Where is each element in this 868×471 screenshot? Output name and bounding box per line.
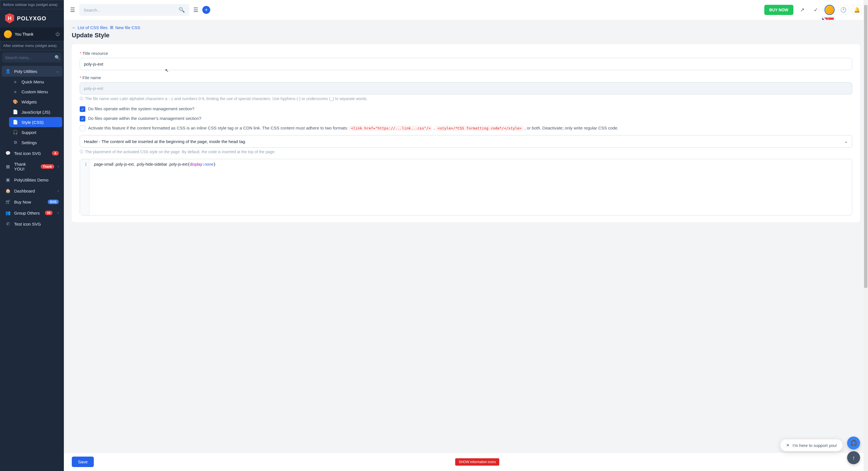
sidebar-item-custom-menu[interactable]: ≡Custom Menu [9, 87, 62, 97]
breadcrumb: ←List of CSS files ⊞New file CSS [72, 25, 860, 30]
badge: SVG [48, 200, 59, 204]
menu-label: Dashboard [14, 188, 35, 194]
sidebar-item-javascript[interactable]: 📄JavaScript (JS) [9, 107, 62, 117]
checkbox-inline-css[interactable]: Activate this feature if the content for… [80, 125, 852, 131]
content-area: ←List of CSS files ⊞New file CSS Update … [64, 20, 868, 471]
whatsapp-icon: ✆ [5, 222, 11, 227]
file-icon: 📄 [12, 120, 18, 125]
list-icon: ≡ [12, 89, 18, 94]
after-menu-widget-area: After sidebar menu (widget area) [0, 41, 64, 50]
logo-shield-icon: H [5, 13, 14, 24]
sidebar-item-buy-now[interactable]: 🛒Buy NowSVG [2, 197, 62, 207]
sidebar-item-poly-utilities[interactable]: 👤 Poly Utilities ⌄ [2, 66, 62, 77]
headset-icon: 🎧 [850, 440, 857, 446]
field-title-resource: *Title resource [80, 51, 852, 70]
search-icon[interactable]: 🔍 [55, 55, 60, 60]
checkbox-customer-section[interactable]: ✓ Do files operate within the customer's… [80, 116, 852, 122]
checkbox-icon[interactable]: ✓ [80, 106, 85, 112]
support-bubble-text: I'm here to support you! [793, 443, 837, 448]
select-placement[interactable]: Header - The content will be inserted at… [80, 135, 852, 148]
menu-label: Thank YOU! [14, 162, 37, 171]
menu-label: Test icon SVG [14, 222, 41, 227]
breadcrumb-new-file[interactable]: ⊞New file CSS [110, 25, 140, 30]
breadcrumb-label: New file CSS [115, 25, 140, 30]
code-editor[interactable]: 1 .page-small .poly-js-ext, .poly-hide-s… [80, 159, 852, 215]
user-name: You Thank [15, 32, 53, 36]
logo-text: POLYXGO [17, 15, 46, 22]
code-content[interactable]: .page-small .poly-js-ext, .poly-hide-sid… [90, 159, 852, 215]
menu-label: Quick Menu [22, 80, 44, 84]
checkbox-label: Do files operate within the system manag… [88, 106, 194, 111]
sidebar-search-box[interactable]: 🔍 [2, 53, 62, 62]
share-icon[interactable]: ↗ [797, 5, 807, 15]
menu-icon[interactable]: ☰ [193, 6, 198, 13]
list-icon: ≡ [12, 80, 18, 84]
code-snippet: <link href="https://...link...css"/> [349, 125, 432, 131]
sidebar-item-widgets[interactable]: 🎨Widgets [9, 97, 62, 107]
show-info-button[interactable]: SHOW information icons [455, 458, 499, 466]
checkbox-icon[interactable]: ✓ [80, 116, 85, 122]
save-button[interactable]: Save [72, 457, 94, 467]
sidebar-item-test-icon-svg[interactable]: 💬Test icon SVGA [2, 148, 62, 158]
sidebar-search: 🔍 [0, 50, 64, 65]
main: ☰ 🔍 ☰ + BUY NOW ↗ ✓ 🕐 🔔 ←Lis [64, 0, 868, 471]
check-icon[interactable]: ✓ [811, 5, 820, 15]
global-search[interactable]: 🔍 [79, 4, 189, 16]
menu-label: Settings [22, 140, 37, 145]
sidebar: Before sidebar logo (widget area) H POLY… [0, 0, 64, 471]
plus-square-icon: ⊞ [110, 25, 114, 30]
chevron-down-icon: ⌄ [56, 69, 59, 73]
sidebar-item-settings[interactable]: ⚙Settings [9, 138, 62, 148]
checkbox-system-section[interactable]: ✓ Do files operate within the system man… [80, 106, 852, 112]
gear-icon: ⚙ [12, 140, 18, 145]
scroll-top-fab[interactable]: ↑ [847, 451, 860, 464]
scrollbar[interactable] [864, 0, 868, 471]
label-title-resource: *Title resource [80, 51, 852, 56]
sidebar-item-quick-menu[interactable]: ≡Quick Menu [9, 77, 62, 87]
close-icon[interactable]: ✕ [786, 443, 790, 448]
checkbox-icon[interactable] [80, 125, 85, 131]
menu-label: Widgets [22, 99, 37, 104]
clock-icon[interactable]: 🕐 [839, 5, 848, 15]
sidebar-item-style-css[interactable]: 📄Style (CSS) [9, 117, 62, 127]
sidebar-item-polyutilities-demo[interactable]: ▣PolyUtilities Demo [2, 174, 62, 185]
form-card: *Title resource *File name The file name… [72, 44, 860, 222]
sidebar-search-input[interactable] [5, 55, 55, 60]
layout-icon: ▦ [5, 164, 11, 169]
file-icon: 📄 [12, 110, 18, 115]
search-input[interactable] [84, 8, 179, 12]
buy-now-button[interactable]: BUY NOW [764, 5, 794, 15]
menu-label: Poly Utilities [14, 69, 37, 74]
chevron-right-icon: › [58, 189, 59, 193]
sidebar-item-group-others[interactable]: 👥Group OthersHi› [2, 207, 62, 218]
sidebar-user[interactable]: You Thank ⏻ [0, 27, 64, 41]
chevron-right-icon: › [58, 165, 59, 169]
sidebar-item-thank-you[interactable]: ▦Thank YOU!Thank› [2, 159, 62, 174]
sidebar-menu: 👤 Poly Utilities ⌄ ≡Quick Menu ≡Custom M… [0, 65, 64, 230]
app-root: Before sidebar logo (widget area) H POLY… [0, 0, 868, 471]
topbar: ☰ 🔍 ☰ + BUY NOW ↗ ✓ 🕐 🔔 [64, 0, 868, 20]
select-value: Header - The content will be inserted at… [84, 139, 246, 144]
user-avatar-icon [4, 30, 12, 38]
menu-label: Test icon SVG [14, 151, 41, 156]
code-gutter: 1 [80, 159, 90, 215]
add-button[interactable]: + [202, 6, 210, 14]
profile-avatar[interactable] [825, 5, 835, 15]
sidebar-logo[interactable]: H POLYXGO [0, 9, 64, 27]
arrow-left-icon: ← [72, 25, 76, 30]
sidebar-item-dashboard[interactable]: 🏠Dashboard› [2, 185, 62, 196]
logout-icon[interactable]: ⏻ [55, 32, 60, 37]
submenu-poly-utilities: ≡Quick Menu ≡Custom Menu 🎨Widgets 📄JavaS… [2, 77, 62, 148]
breadcrumb-back[interactable]: ←List of CSS files [72, 25, 107, 30]
input-title-resource[interactable] [80, 58, 852, 70]
menu-label: Group Others [14, 211, 40, 215]
support-fab[interactable]: 🎧 [847, 437, 860, 449]
sidebar-item-test-icon-svg-2[interactable]: ✆Test icon SVG [2, 218, 62, 229]
support-bubble[interactable]: ✕ I'm here to support you! [780, 439, 843, 451]
sidebar-toggle-icon[interactable]: ☰ [70, 6, 75, 13]
search-icon[interactable]: 🔍 [179, 7, 185, 13]
sidebar-item-support[interactable]: 🎧Support [9, 127, 62, 138]
box-icon: ▣ [5, 177, 11, 182]
bell-icon[interactable]: 🔔 [852, 5, 862, 15]
chevron-right-icon: › [58, 211, 59, 215]
